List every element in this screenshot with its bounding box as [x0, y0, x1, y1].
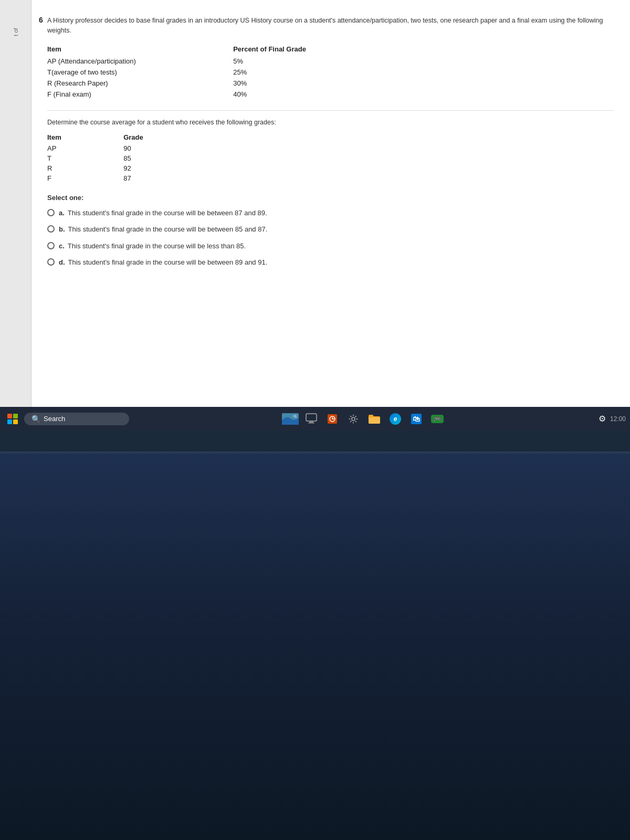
radio-d[interactable]	[47, 258, 55, 266]
table-row: T(average of two tests)25%	[47, 67, 387, 78]
weights-item-cell: R (Research Paper)	[47, 78, 233, 89]
weights-item-cell: AP (Attendance/participation)	[47, 56, 233, 67]
grades-table: Item Grade AP90T85R92F87	[47, 132, 217, 183]
weights-item-cell: T(average of two tests)	[47, 67, 233, 78]
landscape-icon[interactable]	[282, 411, 299, 427]
divider	[47, 110, 614, 111]
search-label: Search	[44, 415, 65, 423]
grade-item-cell: AP	[47, 143, 123, 153]
grade-item-cell: R	[47, 163, 123, 173]
table-row: AP (Attendance/participation)5%	[47, 56, 387, 67]
settings-svg	[348, 413, 359, 425]
option-text: This student's final grade in the course…	[68, 208, 267, 218]
weights-percent-cell: 30%	[233, 78, 387, 89]
select-one-label: Select one:	[47, 194, 614, 202]
table-row: R (Research Paper)30%	[47, 78, 387, 89]
edge-icon[interactable]: e	[387, 411, 404, 427]
monitor-icon[interactable]	[303, 411, 320, 427]
weights-col-percent: Percent of Final Grade	[233, 44, 387, 56]
option-letter: a.	[59, 208, 65, 218]
option-d[interactable]: d.This student's final grade in the cour…	[47, 257, 614, 268]
intro-paragraph: A History professor decides to base fina…	[47, 16, 614, 36]
win-cell-4	[13, 419, 18, 424]
option-b[interactable]: b.This student's final grade in the cour…	[47, 224, 614, 235]
table-row: F (Final exam)40%	[47, 89, 387, 100]
monitor-svg	[306, 413, 317, 425]
svg-rect-2	[309, 422, 313, 423]
system-tray: ⚙ 12:00	[598, 414, 626, 424]
option-letter: d.	[59, 257, 65, 268]
svg-rect-1	[306, 414, 317, 421]
weights-percent-cell: 40%	[233, 89, 387, 100]
option-letter: b.	[59, 224, 65, 235]
svg-rect-3	[308, 423, 314, 424]
content-area: 6 A History professor decides to base fi…	[32, 0, 630, 430]
option-a[interactable]: a.This student's final grade in the cour…	[47, 208, 614, 218]
windows-logo	[7, 414, 18, 424]
option-letter: c.	[59, 241, 65, 251]
options-container: a.This student's final grade in the cour…	[47, 208, 614, 268]
weights-item-cell: F (Final exam)	[47, 89, 233, 100]
table-row: AP90	[47, 143, 217, 153]
screen: t of 6 A History professor decides to ba…	[0, 0, 630, 430]
taskbar: 🔍 Search	[0, 407, 630, 430]
start-button[interactable]	[4, 411, 21, 427]
notification-svg	[327, 413, 338, 425]
svg-text:🛍: 🛍	[413, 415, 420, 423]
store-icon[interactable]: 🛍	[408, 411, 425, 427]
game-icon[interactable]: 🎮	[429, 411, 446, 427]
grade-value-cell: 85	[123, 153, 217, 163]
folder-icon[interactable]	[366, 411, 383, 427]
grade-value-cell: 90	[123, 143, 217, 153]
weights-table: Item Percent of Final Grade AP (Attendan…	[47, 44, 387, 100]
notification-icon[interactable]	[324, 411, 341, 427]
radio-a[interactable]	[47, 209, 55, 216]
time-display: 12:00	[610, 415, 626, 423]
option-c[interactable]: c.This student's final grade in the cour…	[47, 241, 614, 251]
settings-icon[interactable]	[345, 411, 362, 427]
edge-logo: e	[390, 413, 401, 425]
question-number: 6	[39, 16, 43, 24]
table-row: R92	[47, 163, 217, 173]
win-cell-1	[7, 414, 12, 418]
win-cell-3	[7, 419, 12, 424]
sidebar-label: t of	[13, 16, 19, 48]
grades-col-item: Item	[47, 132, 123, 143]
table-row: F87	[47, 173, 217, 183]
tray-icon-1[interactable]: ⚙	[598, 414, 606, 424]
taskbar-search[interactable]: 🔍 Search	[24, 413, 129, 425]
keyboard-area: 🔇 F2 🔉− F3 🔊+ F4 ✳− F5 ✳+ F6 ▶/II F7	[0, 454, 630, 840]
weights-percent-cell: 25%	[233, 67, 387, 78]
taskbar-center: e 🛍 🎮	[132, 411, 595, 427]
radio-b[interactable]	[47, 225, 55, 233]
svg-text:🎮: 🎮	[433, 415, 441, 423]
option-text: This student's final grade in the course…	[68, 257, 268, 268]
svg-point-6	[352, 417, 355, 421]
weights-col-item: Item	[47, 44, 233, 56]
option-text: This student's final grade in the course…	[68, 241, 246, 251]
grades-col-grade: Grade	[123, 132, 217, 143]
table-row: T85	[47, 153, 217, 163]
weights-percent-cell: 5%	[233, 56, 387, 67]
search-icon: 🔍	[32, 415, 40, 423]
sidebar-strip: t of	[0, 0, 32, 430]
grade-value-cell: 92	[123, 163, 217, 173]
win-cell-2	[13, 414, 18, 418]
game-svg: 🎮	[430, 413, 444, 425]
store-svg: 🛍	[411, 413, 422, 425]
landscape-svg	[282, 413, 299, 425]
option-text: This student's final grade in the course…	[68, 224, 268, 235]
grade-item-cell: F	[47, 173, 123, 183]
folder-svg	[368, 414, 381, 424]
radio-c[interactable]	[47, 242, 55, 249]
determine-text: Determine the course average for a stude…	[47, 119, 614, 126]
grade-item-cell: T	[47, 153, 123, 163]
grade-value-cell: 87	[123, 173, 217, 183]
